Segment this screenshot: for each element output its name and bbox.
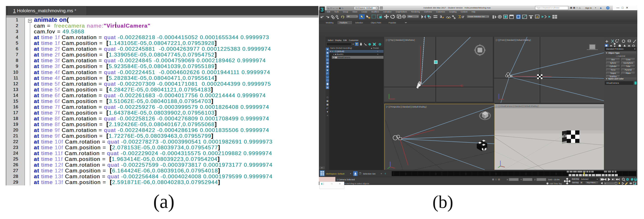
svg-text:0: 0 bbox=[605, 182, 606, 184]
svg-text:View: View bbox=[408, 16, 412, 17]
svg-text:20: 20 bbox=[465, 173, 467, 175]
svg-text:All: All bbox=[348, 16, 350, 17]
svg-text:30: 30 bbox=[525, 173, 527, 175]
svg-text:35: 35 bbox=[555, 173, 557, 175]
svg-text:10: 10 bbox=[405, 173, 406, 175]
svg-text:3◢: 3◢ bbox=[440, 15, 444, 18]
svg-text:15: 15 bbox=[435, 173, 437, 175]
svg-text:Create Selection Set: Create Selection Set bbox=[468, 16, 485, 17]
svg-text:(ƒ: (ƒ bbox=[462, 15, 464, 18]
svg-text:25: 25 bbox=[495, 173, 497, 175]
